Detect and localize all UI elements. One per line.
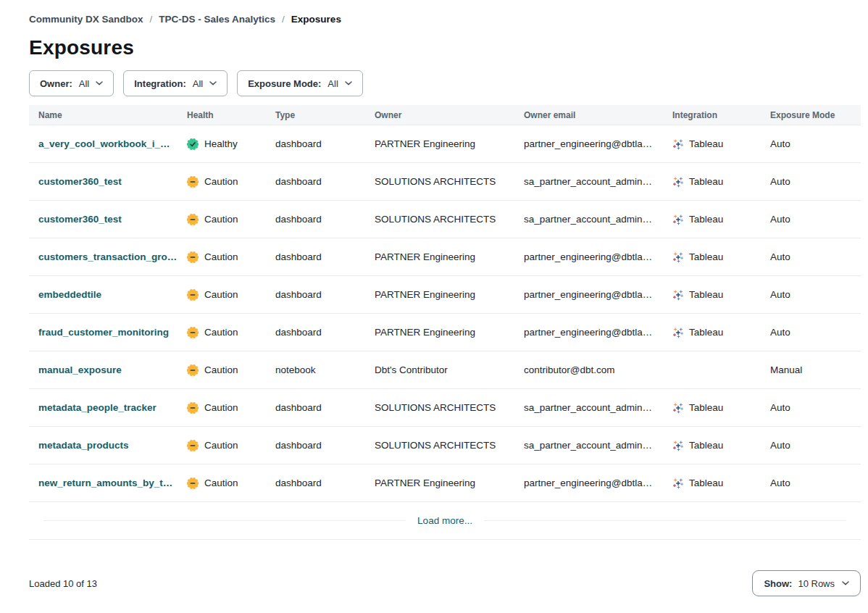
table-row: new_return_amounts_by_t… Caution dashboa… xyxy=(29,464,861,502)
health-cell: Caution xyxy=(178,402,266,414)
name-cell: new_return_amounts_by_t… xyxy=(29,478,178,488)
exposure-name-link[interactable]: metadata_products xyxy=(38,440,129,451)
integration-cell: Tableau xyxy=(663,138,761,150)
breadcrumb: Community DX Sandbox / TPC-DS - Sales An… xyxy=(29,0,861,25)
filter-bar: Owner: All Integration: All Exposure Mod… xyxy=(29,70,861,96)
name-cell: a_very_cool_workbook_i_… xyxy=(29,138,178,149)
name-cell: manual_exposure xyxy=(29,364,178,375)
exposure-mode-cell: Manual xyxy=(761,364,861,375)
integration-cell: Tableau xyxy=(663,402,761,414)
exposure-mode-cell: Auto xyxy=(761,478,861,488)
owner-email-cell: contributor@dbt.com xyxy=(514,364,663,375)
exposure-mode-cell: Auto xyxy=(761,176,861,187)
exposure-name-link[interactable]: customers_transaction_gro… xyxy=(38,251,177,262)
breadcrumb-separator: / xyxy=(150,14,153,25)
caution-icon xyxy=(187,176,199,188)
health-cell: Caution xyxy=(178,478,266,489)
owner-cell: SOLUTIONS ARCHITECTS xyxy=(365,176,514,187)
owner-cell: SOLUTIONS ARCHITECTS xyxy=(365,402,514,413)
owner-cell: PARTNER Engineering xyxy=(365,327,514,338)
type-cell: dashboard xyxy=(266,478,365,488)
type-cell: dashboard xyxy=(266,251,365,262)
owner-cell: PARTNER Engineering xyxy=(365,138,514,149)
integration-cell: Tableau xyxy=(663,251,761,263)
show-label: Show: xyxy=(764,578,792,589)
owner-cell: SOLUTIONS ARCHITECTS xyxy=(365,440,514,451)
health-cell: Caution xyxy=(178,176,266,188)
owner-cell: SOLUTIONS ARCHITECTS xyxy=(365,214,514,225)
health-label: Caution xyxy=(204,214,238,225)
health-cell: Caution xyxy=(178,364,266,376)
integration-cell: Tableau xyxy=(663,176,761,188)
breadcrumb-project[interactable]: Community DX Sandbox xyxy=(29,14,143,25)
show-rows-dropdown[interactable]: Show: 10 Rows xyxy=(752,570,861,596)
exposure-mode-cell: Auto xyxy=(761,440,861,451)
type-cell: dashboard xyxy=(266,327,365,338)
name-cell: fraud_customer_monitoring xyxy=(29,327,178,338)
health-cell: Healthy xyxy=(178,138,266,150)
exposure-mode-cell: Auto xyxy=(761,251,861,262)
column-header-owner: Owner xyxy=(365,110,514,120)
exposure-name-link[interactable]: customer360_test xyxy=(38,214,122,225)
name-cell: customers_transaction_gro… xyxy=(29,251,178,262)
owner-email-cell: sa_partner_account_admin… xyxy=(514,440,663,451)
column-header-integration: Integration xyxy=(663,110,761,120)
column-header-exposure-mode: Exposure Mode xyxy=(761,110,861,120)
filter-label: Integration: xyxy=(134,78,186,89)
exposure-name-link[interactable]: manual_exposure xyxy=(38,364,122,375)
caution-icon xyxy=(187,478,199,489)
table-row: embeddedtile Caution dashboard PARTNER E… xyxy=(29,276,861,314)
health-label: Caution xyxy=(204,478,238,488)
tableau-icon xyxy=(672,214,684,225)
integration-label: Tableau xyxy=(689,478,723,488)
health-label: Caution xyxy=(204,327,238,338)
tableau-icon xyxy=(672,176,684,188)
filter-value: All xyxy=(327,78,338,89)
table-row: metadata_people_tracker Caution dashboar… xyxy=(29,389,861,427)
caution-icon xyxy=(187,289,199,301)
exposure-name-link[interactable]: fraud_customer_monitoring xyxy=(38,327,169,338)
exposure-name-link[interactable]: embeddedtile xyxy=(38,289,101,300)
exposure-name-link[interactable]: a_very_cool_workbook_i_… xyxy=(38,138,170,149)
exposure-name-link[interactable]: customer360_test xyxy=(38,176,122,187)
caution-icon xyxy=(187,440,199,451)
filter-value: All xyxy=(193,78,203,89)
column-header-health: Health xyxy=(178,110,266,120)
exposure-mode-cell: Auto xyxy=(761,138,861,149)
integration-label: Tableau xyxy=(689,440,723,451)
owner-cell: PARTNER Engineering xyxy=(365,251,514,262)
integration-filter-dropdown[interactable]: Integration: All xyxy=(123,70,228,96)
owner-filter-dropdown[interactable]: Owner: All xyxy=(29,70,114,96)
health-cell: Caution xyxy=(178,214,266,225)
health-label: Caution xyxy=(204,440,238,451)
chevron-down-icon xyxy=(842,581,849,585)
caution-icon xyxy=(187,214,199,225)
caution-icon xyxy=(187,327,199,338)
exposure-name-link[interactable]: metadata_people_tracker xyxy=(38,402,157,413)
owner-email-cell: partner_engineering@dbtla… xyxy=(514,327,663,338)
load-more-link[interactable]: Load more... xyxy=(417,515,472,526)
integration-label: Tableau xyxy=(689,138,723,149)
owner-email-cell: partner_engineering@dbtla… xyxy=(514,289,663,300)
chevron-down-icon xyxy=(96,81,103,86)
page-title: Exposures xyxy=(29,36,861,59)
exposure-name-link[interactable]: new_return_amounts_by_t… xyxy=(38,478,172,488)
table-row: customers_transaction_gro… Caution dashb… xyxy=(29,238,861,276)
breadcrumb-separator: / xyxy=(282,14,285,25)
owner-email-cell: partner_engineering@dbtla… xyxy=(514,478,663,488)
breadcrumb-environment[interactable]: TPC-DS - Sales Analytics xyxy=(159,14,275,25)
tableau-icon xyxy=(672,289,684,301)
exposure-mode-cell: Auto xyxy=(761,327,861,338)
table-header-row: Name Health Type Owner Owner email Integ… xyxy=(29,105,861,125)
health-label: Caution xyxy=(204,251,238,262)
integration-label: Tableau xyxy=(689,214,723,225)
exposure-mode-filter-dropdown[interactable]: Exposure Mode: All xyxy=(237,70,363,96)
table-row: customer360_test Caution dashboard SOLUT… xyxy=(29,163,861,201)
filter-value: All xyxy=(79,78,89,89)
column-header-name: Name xyxy=(29,110,178,120)
load-more-section: Load more... xyxy=(29,502,861,540)
integration-cell: Tableau xyxy=(663,289,761,301)
health-label: Caution xyxy=(204,176,238,187)
integration-label: Tableau xyxy=(689,402,723,413)
type-cell: dashboard xyxy=(266,214,365,225)
